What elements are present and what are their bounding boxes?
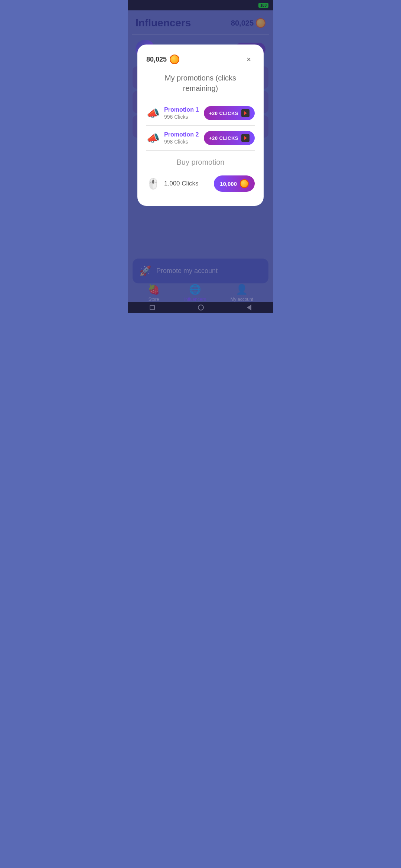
buy-price-value: 10,000 <box>220 181 237 187</box>
modal-overlay: 80,025 × My promotions (clicks remaining… <box>128 0 273 313</box>
promo-clicks-1: 996 Clicks <box>164 114 199 120</box>
play-triangle-1 <box>244 111 247 115</box>
promo-icon-2: 📣 <box>146 132 160 144</box>
promo-divider-2 <box>146 150 255 151</box>
buy-item: 🖱️ 1.000 Clicks 10,000 <box>146 172 255 195</box>
buy-coin-icon <box>240 179 249 188</box>
promo-action-label-1: +20 CLICKS <box>209 111 238 116</box>
promo-name-2: Promotion 2 <box>164 131 199 138</box>
promo-action-label-2: +20 CLICKS <box>209 135 238 141</box>
play-icon-1 <box>241 109 250 117</box>
promo-info-2: Promotion 2 998 Clicks <box>164 131 199 145</box>
modal-title: My promotions (clicks remaining) <box>146 73 255 93</box>
close-button[interactable]: × <box>243 53 255 65</box>
promo-name-1: Promotion 1 <box>164 106 199 113</box>
modal-header: 80,025 × <box>146 53 255 65</box>
buy-section-title: Buy promotion <box>146 158 255 167</box>
modal-balance: 80,025 <box>146 55 179 64</box>
modal-coin-icon <box>170 55 179 64</box>
promo-action-btn-1[interactable]: +20 CLICKS <box>204 106 255 120</box>
promo-clicks-2: 998 Clicks <box>164 139 199 145</box>
play-triangle-2 <box>244 136 247 140</box>
promo-icon-1: 📣 <box>146 107 160 119</box>
promo-action-btn-2[interactable]: +20 CLICKS <box>204 131 255 145</box>
buy-description: 1.000 Clicks <box>164 180 209 187</box>
promo-info-1: Promotion 1 996 Clicks <box>164 106 199 120</box>
promotions-modal: 80,025 × My promotions (clicks remaining… <box>137 45 264 206</box>
promotion-item-1: 📣 Promotion 1 996 Clicks +20 CLICKS <box>146 102 255 124</box>
promo-divider-1 <box>146 125 255 126</box>
buy-icon: 🖱️ <box>146 178 160 190</box>
modal-balance-value: 80,025 <box>146 56 167 63</box>
play-icon-2 <box>241 134 250 142</box>
buy-price-button[interactable]: 10,000 <box>214 175 255 192</box>
promotion-item-2: 📣 Promotion 2 998 Clicks +20 CLICKS <box>146 127 255 149</box>
